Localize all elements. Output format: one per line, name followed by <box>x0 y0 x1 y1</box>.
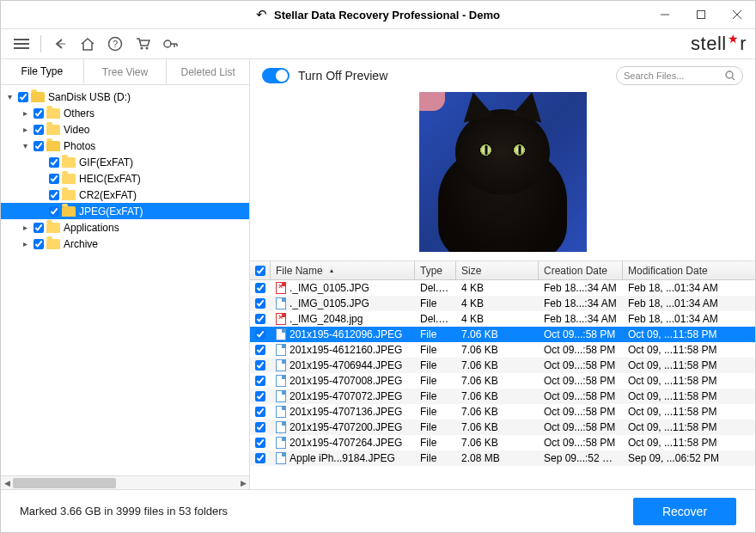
row-checkbox[interactable] <box>255 407 265 417</box>
row-checkbox[interactable] <box>255 453 265 463</box>
tree-item-heic[interactable]: HEIC(ExFAT) <box>1 170 249 187</box>
tree-checkbox[interactable] <box>49 206 59 217</box>
maximize-button[interactable] <box>683 1 719 28</box>
table-row[interactable]: 201x195-4612096.JPEGFile7.06 KBOct 09...… <box>250 327 755 342</box>
file-type: File <box>415 406 456 418</box>
table-row[interactable]: ._IMG_0105.JPGDel...ile4 KBFeb 18...:34 … <box>250 280 755 296</box>
tree-hscrollbar[interactable]: ◀ ▶ <box>1 475 249 489</box>
tree-checkbox[interactable] <box>18 92 28 102</box>
file-name: Apple iPh...9184.JPEG <box>290 452 395 464</box>
key-button[interactable] <box>158 32 182 56</box>
file-name: 201x195-4707264.JPEG <box>290 437 402 449</box>
tree-checkbox[interactable] <box>34 125 44 135</box>
chevron-down-icon[interactable]: ▾ <box>19 141 31 150</box>
file-type: File <box>415 437 456 449</box>
table-row[interactable]: ._IMG_2048.jpgDel...ile4 KBFeb 18...:34 … <box>250 311 755 327</box>
table-body[interactable]: ._IMG_0105.JPGDel...ile4 KBFeb 18...:34 … <box>250 280 755 489</box>
file-mdate: Oct 09, ...11:58 PM <box>623 437 755 449</box>
tree-label: Photos <box>64 140 95 152</box>
row-checkbox[interactable] <box>255 283 265 293</box>
tree-checkbox[interactable] <box>34 223 44 233</box>
file-icon <box>276 297 286 309</box>
file-type: File <box>415 452 456 464</box>
table-row[interactable]: ._IMG_0105.JPGFile4 KBFeb 18...:34 AMFeb… <box>250 296 755 311</box>
chevron-right-icon[interactable]: ▸ <box>19 223 31 232</box>
file-size: 4 KB <box>456 282 539 294</box>
tree-checkbox[interactable] <box>49 174 59 184</box>
preview-toggle[interactable] <box>262 68 290 83</box>
back-button[interactable] <box>48 32 72 56</box>
row-checkbox[interactable] <box>255 298 265 309</box>
chevron-right-icon[interactable]: ▸ <box>19 239 31 248</box>
col-modification-date[interactable]: Modification Date <box>623 261 755 279</box>
tree-root[interactable]: ▾SanDisk USB (D:) <box>1 89 249 105</box>
file-name: 201x195-4707072.JPEG <box>290 390 402 402</box>
col-type[interactable]: Type <box>415 261 456 279</box>
file-cdate: Feb 18...:34 AM <box>539 282 623 294</box>
row-checkbox[interactable] <box>255 314 265 324</box>
close-button[interactable] <box>719 1 755 28</box>
col-size[interactable]: Size <box>456 261 539 279</box>
table-row[interactable]: 201x195-4706944.JPEGFile7.06 KBOct 09...… <box>250 358 755 373</box>
row-checkbox[interactable] <box>255 391 265 401</box>
row-checkbox[interactable] <box>255 345 265 355</box>
tree-item-others[interactable]: ▸Others <box>1 105 249 121</box>
scroll-left-icon[interactable]: ◀ <box>1 476 13 490</box>
file-tree[interactable]: ▾SanDisk USB (D:) ▸Others ▸Video ▾Photos… <box>1 85 249 475</box>
table-row[interactable]: 201x195-4707200.JPEGFile7.06 KBOct 09...… <box>250 420 755 435</box>
file-type: Del...ile <box>415 313 456 325</box>
menu-button[interactable] <box>9 32 34 56</box>
svg-point-16 <box>726 71 733 78</box>
scroll-thumb[interactable] <box>13 478 116 488</box>
search-input[interactable]: Search Files... <box>616 66 743 85</box>
home-button[interactable] <box>76 32 100 56</box>
tree-checkbox[interactable] <box>34 239 44 249</box>
row-checkbox[interactable] <box>255 360 265 371</box>
tree-checkbox[interactable] <box>34 108 44 119</box>
row-checkbox[interactable] <box>255 376 265 386</box>
tree-label: Video <box>64 124 89 136</box>
row-checkbox[interactable] <box>255 329 265 340</box>
scroll-right-icon[interactable]: ▶ <box>237 476 249 490</box>
file-icon <box>276 437 286 449</box>
table-row[interactable]: Apple iPh...9184.JPEGFile2.08 MBSep 09..… <box>250 450 755 466</box>
chevron-right-icon[interactable]: ▸ <box>19 125 31 134</box>
tree-checkbox[interactable] <box>49 190 59 200</box>
recover-button[interactable]: Recover <box>633 498 736 525</box>
tree-item-cr2[interactable]: CR2(ExFAT) <box>1 187 249 203</box>
folder-icon <box>31 92 45 102</box>
tree-label: SanDisk USB (D:) <box>48 91 131 103</box>
tree-item-jpeg[interactable]: JPEG(ExFAT) <box>1 203 249 219</box>
tree-item-gif[interactable]: GIF(ExFAT) <box>1 154 249 170</box>
table-row[interactable]: 201x195-4612160.JPEGFile7.06 KBOct 09...… <box>250 342 755 358</box>
row-checkbox[interactable] <box>255 438 265 448</box>
tree-item-applications[interactable]: ▸Applications <box>1 219 249 236</box>
tab-deleted-list[interactable]: Deleted List <box>167 59 249 84</box>
table-row[interactable]: 201x195-4707072.JPEGFile7.06 KBOct 09...… <box>250 389 755 404</box>
table-row[interactable]: 201x195-4707264.JPEGFile7.06 KBOct 09...… <box>250 435 755 450</box>
file-size: 7.06 KB <box>456 406 539 418</box>
table-row[interactable]: 201x195-4707136.JPEGFile7.06 KBOct 09...… <box>250 404 755 420</box>
tab-tree-view[interactable]: Tree View <box>84 59 168 84</box>
select-all-checkbox[interactable] <box>250 261 271 279</box>
col-filename[interactable]: File Name▴ <box>271 261 415 279</box>
tree-item-photos[interactable]: ▾Photos <box>1 138 249 154</box>
tree-checkbox[interactable] <box>49 157 59 168</box>
file-icon <box>276 375 286 387</box>
minimize-button[interactable] <box>647 1 683 28</box>
cart-button[interactable] <box>131 32 155 56</box>
chevron-right-icon[interactable]: ▸ <box>19 108 31 118</box>
tree-item-archive[interactable]: ▸Archive <box>1 236 249 252</box>
tree-label: CR2(ExFAT) <box>79 189 137 201</box>
chevron-down-icon[interactable]: ▾ <box>3 92 15 101</box>
table-row[interactable]: 201x195-4707008.JPEGFile7.06 KBOct 09...… <box>250 373 755 389</box>
preview-bar: Turn Off Preview Search Files... <box>250 59 755 92</box>
col-creation-date[interactable]: Creation Date <box>539 261 623 279</box>
tree-checkbox[interactable] <box>34 141 44 151</box>
row-checkbox[interactable] <box>255 422 265 432</box>
file-mdate: Oct 09, ...11:58 PM <box>623 328 755 340</box>
help-button[interactable]: ? <box>103 32 127 56</box>
body: File Type Tree View Deleted List ▾SanDis… <box>1 59 755 489</box>
tab-file-type[interactable]: File Type <box>1 59 84 84</box>
tree-item-video[interactable]: ▸Video <box>1 121 249 138</box>
